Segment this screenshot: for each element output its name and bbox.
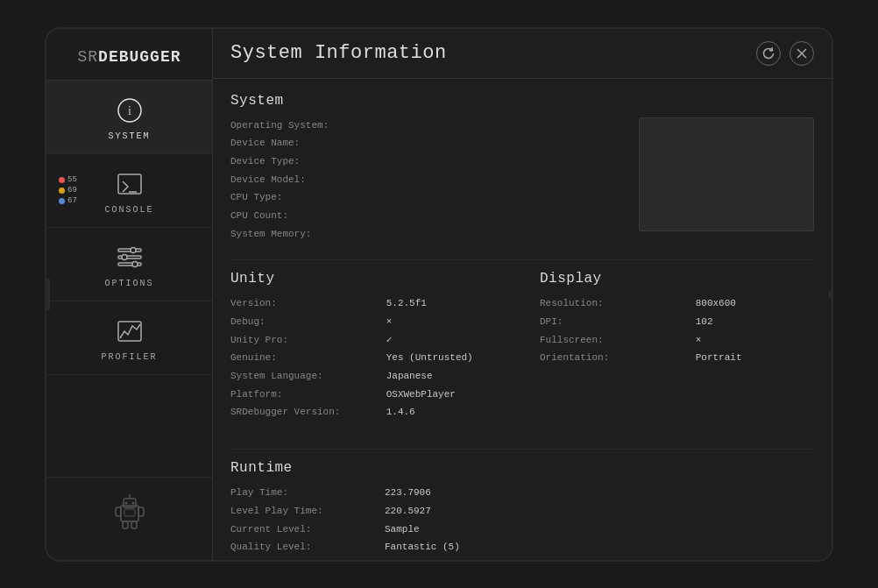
label-cpu-count: CPU Count: (230, 208, 468, 224)
value-genuine: Yes (Untrusted) (386, 350, 505, 366)
label-os: Operating System: (230, 117, 468, 134)
left-panel-toggle[interactable] (45, 279, 50, 310)
label-device-name: Device Name: (230, 135, 468, 152)
svg-point-13 (124, 501, 127, 504)
svg-point-9 (132, 261, 138, 266)
label-current-level: Current Level: (230, 521, 371, 538)
sidebar-item-profiler-label: PROFILER (101, 352, 157, 362)
label-quality-level: Quality Level: (230, 539, 371, 556)
page-title: System Information (230, 42, 447, 64)
section-system: System Operating System: Device Name: De… (230, 93, 814, 243)
svg-rect-2 (118, 174, 141, 194)
console-icon (112, 166, 147, 202)
label-resolution: Resolution: (540, 295, 682, 312)
main-content[interactable]: System Operating System: Device Name: De… (213, 79, 832, 560)
value-unity-pro: ✓ (386, 332, 505, 349)
system-screenshot (639, 117, 814, 231)
svg-point-16 (129, 494, 131, 496)
label-device-model: Device Model: (230, 172, 468, 188)
app-frame: SRDEBUGGER i SYSTEM 55 (45, 27, 833, 562)
value-platform: OSXWebPlayer (386, 386, 505, 403)
main-panel: System Information (213, 29, 832, 560)
section-system-body: Operating System: Device Name: Device Ty… (230, 117, 814, 243)
svg-point-14 (131, 501, 134, 504)
value-dpi: 102 (696, 314, 814, 330)
label-dpi: DPI: (540, 314, 682, 330)
label-cpu-type: CPU Type: (230, 189, 468, 206)
label-srd-version: SRDebugger Version: (230, 404, 372, 421)
value-sys-lang: Japanese (386, 368, 505, 385)
console-badges: 55 69 67 (59, 175, 77, 205)
svg-rect-17 (116, 507, 121, 516)
value-device-name (482, 135, 621, 152)
close-button[interactable] (789, 41, 814, 66)
main-header: System Information (213, 29, 832, 79)
sidebar-footer (46, 477, 212, 551)
value-level-play-time: 220.5927 (385, 503, 814, 520)
section-system-title: System (230, 93, 814, 109)
label-orientation: Orientation: (540, 350, 682, 366)
badge-yellow: 69 (59, 186, 77, 195)
unity-info-grid: Version:5.2.5f1 Debug:× Unity Pro:✓ Genu… (230, 295, 505, 421)
value-cpu-count (482, 208, 621, 224)
sidebar-item-options-label: OPTIONS (104, 279, 153, 288)
label-unity-pro: Unity Pro: (230, 332, 372, 349)
label-level-play-time: Level Play Time: (230, 503, 371, 520)
sidebar-item-console[interactable]: 55 69 67 (46, 154, 212, 228)
divider-2 (230, 449, 814, 450)
svg-text:i: i (128, 104, 131, 117)
value-debug: × (386, 314, 505, 330)
value-orientation: Portrait (696, 350, 814, 366)
profiler-icon (112, 314, 147, 349)
label-version: Version: (230, 295, 372, 312)
system-icon: i (112, 93, 147, 128)
svg-point-8 (122, 254, 127, 259)
system-info-grid: Operating System: Device Name: Device Ty… (230, 117, 621, 243)
badge-red: 55 (59, 175, 77, 184)
brand-prefix: SR (77, 48, 98, 66)
value-os (482, 117, 621, 134)
badge-dot-red (59, 177, 65, 183)
label-genuine: Genuine: (230, 350, 372, 366)
sidebar-item-console-label: CONSOLE (104, 205, 153, 215)
section-runtime-title: Runtime (230, 460, 814, 476)
sidebar-item-system[interactable]: i SYSTEM (46, 81, 212, 154)
value-sys-mem (482, 226, 621, 243)
display-info-grid: Resolution:800x600 DPI:102 Fullscreen:× … (540, 295, 814, 366)
value-cpu-type (482, 189, 621, 206)
svg-point-7 (131, 247, 136, 252)
brand-logo: SRDEBUGGER (46, 38, 212, 81)
section-unity-title: Unity (230, 271, 505, 287)
value-version: 5.2.5f1 (386, 295, 505, 312)
label-debug: Debug: (230, 314, 372, 330)
refresh-button[interactable] (756, 41, 781, 66)
sidebar-item-options[interactable]: OPTIONS (46, 228, 212, 301)
value-quality-level: Fantastic (5) (385, 539, 814, 556)
label-sys-lang: System Language: (230, 368, 372, 385)
header-buttons (756, 41, 814, 66)
label-sys-mem: System Memory: (230, 226, 468, 243)
badge-count-yellow: 69 (67, 186, 77, 195)
value-device-type (482, 153, 621, 170)
brand-suffix: DEBUGGER (98, 48, 181, 66)
value-play-time: 223.7906 (385, 485, 814, 501)
badge-count-blue: 67 (67, 196, 77, 205)
svg-rect-20 (131, 521, 137, 528)
section-display-title: Display (540, 271, 814, 287)
section-display: Display Resolution:800x600 DPI:102 Fulls… (540, 271, 814, 421)
sidebar-item-profiler[interactable]: PROFILER (46, 301, 212, 375)
svg-rect-21 (124, 509, 135, 516)
value-resolution: 800x600 (696, 295, 814, 312)
value-current-level: Sample (385, 521, 814, 538)
badge-blue: 67 (59, 196, 77, 205)
badge-dot-blue (59, 198, 65, 204)
svg-rect-19 (123, 521, 128, 528)
nav-items: i SYSTEM 55 69 (46, 81, 212, 477)
section-unity: Unity Version:5.2.5f1 Debug:× Unity Pro:… (230, 271, 505, 421)
value-srd-version: 1.4.6 (386, 404, 505, 421)
sidebar: SRDEBUGGER i SYSTEM 55 (46, 29, 213, 560)
sidebar-item-system-label: SYSTEM (108, 131, 150, 141)
badge-count-red: 55 (67, 175, 77, 184)
value-fullscreen: × (696, 332, 814, 349)
label-device-type: Device Type: (230, 153, 468, 170)
